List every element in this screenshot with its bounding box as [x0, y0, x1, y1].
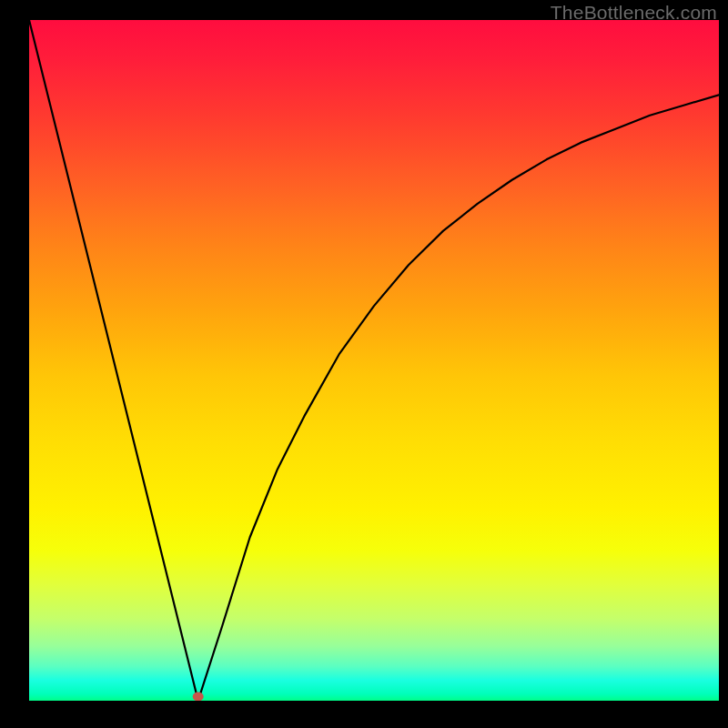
- curve-line: [29, 20, 719, 701]
- chart-frame: TheBottleneck.com: [0, 0, 728, 728]
- chart-svg: [29, 20, 719, 701]
- minimum-marker: [193, 693, 204, 701]
- plot-area: [29, 20, 719, 701]
- bottleneck-curve: [29, 20, 719, 701]
- watermark-label: TheBottleneck.com: [551, 2, 717, 24]
